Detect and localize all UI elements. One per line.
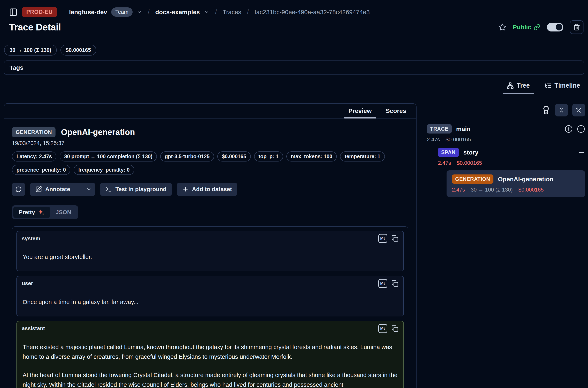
annotate-dropdown-button[interactable] [82, 183, 95, 196]
tab-preview[interactable]: Preview [347, 104, 373, 118]
expand-all-button[interactable] [565, 125, 573, 133]
collapse-node-button[interactable] [577, 125, 585, 133]
span-children: GENERATION OpenAI-generation 2.47s 30 → … [441, 170, 585, 197]
trace-tree: TRACE main 2.47s $0.000165 [426, 124, 585, 197]
add-to-dataset-button[interactable]: Add to dataset [177, 183, 237, 196]
observation-panel: Preview Scores GENERATION OpenAI-generat… [4, 103, 417, 388]
message-tools: M↓ [378, 234, 398, 243]
message-role: user [22, 280, 33, 287]
breadcrumb: PROD-EU langfuse-dev Team / docs-example… [0, 0, 588, 17]
scores-award-button[interactable] [542, 106, 551, 115]
markdown-toggle-icon[interactable]: M↓ [378, 234, 387, 243]
test-in-playground-button[interactable]: Test in playground [100, 183, 172, 196]
pretty-label: Pretty [19, 209, 35, 216]
trace-children: SPAN story 2.47s $0.000165 [429, 148, 585, 197]
trace-metrics: 2.47s $0.000165 [427, 136, 585, 143]
observation-name: OpenAI-generation [61, 127, 135, 137]
public-label: Public [513, 24, 531, 31]
breadcrumb-trace-id: fac231bc-90ee-490a-aa32-78c4269474e3 [254, 9, 370, 16]
sparkles-icon [38, 209, 45, 216]
message-role: assistant [22, 325, 45, 332]
comment-icon [15, 186, 22, 193]
observation-timestamp: 19/03/2024, 15:25:37 [12, 140, 408, 146]
chevron-down-icon[interactable] [137, 9, 142, 15]
copy-button[interactable] [391, 325, 398, 332]
terminal-icon [106, 186, 112, 193]
view-tabs: Tree Timeline [0, 81, 588, 94]
latency-badge: Latency: 2.47s [12, 151, 56, 162]
copy-button[interactable] [391, 280, 398, 287]
star-icon[interactable] [498, 23, 506, 31]
trace-badge: TRACE [427, 124, 452, 134]
markdown-toggle-icon[interactable]: M↓ [378, 279, 387, 288]
trace-node[interactable]: TRACE main [427, 124, 585, 134]
tree-actions [426, 103, 585, 117]
content: Preview Scores GENERATION OpenAI-generat… [0, 103, 588, 388]
breadcrumb-org[interactable]: langfuse-dev [69, 9, 107, 16]
tree-icon [507, 82, 514, 89]
collapse-span-button[interactable] [578, 149, 585, 156]
link-icon [534, 24, 540, 30]
divider [63, 7, 63, 17]
tab-tree[interactable]: Tree [506, 81, 531, 94]
chevron-down-icon[interactable] [204, 9, 209, 15]
message-content: You are a great storyteller. [17, 246, 403, 271]
breadcrumb-separator: / [215, 8, 217, 16]
generation-badge: GENERATION [452, 174, 494, 184]
trace-latency: 2.47s [427, 136, 440, 143]
page-title: Trace Detail [9, 22, 61, 33]
show-percent-button[interactable] [572, 104, 585, 117]
trace-name: main [456, 125, 471, 132]
pretty-toggle[interactable]: Pretty [13, 207, 50, 218]
comment-button[interactable] [12, 183, 25, 196]
json-toggle[interactable]: JSON [50, 207, 76, 218]
generation-name: OpenAI-generation [498, 176, 553, 183]
breadcrumb-project[interactable]: docs-examples [155, 9, 200, 16]
breadcrumb-separator: / [247, 8, 249, 16]
tab-timeline[interactable]: Timeline [544, 81, 581, 94]
annotate-label: Annotate [45, 186, 70, 193]
public-toggle[interactable] [547, 23, 563, 31]
format-toggle: Pretty JSON [12, 205, 78, 219]
generation-node-selected[interactable]: GENERATION OpenAI-generation 2.47s 30 → … [447, 170, 585, 197]
environment-badge[interactable]: PROD-EU [22, 7, 57, 17]
playground-label: Test in playground [115, 186, 166, 193]
tab-tree-label: Tree [517, 82, 530, 89]
trace-tree-panel: TRACE main 2.47s $0.000165 [426, 103, 586, 197]
tab-scores[interactable]: Scores [384, 104, 407, 118]
generation-latency: 2.47s [452, 187, 465, 193]
copy-button[interactable] [391, 235, 398, 242]
trace-detail-page: PROD-EU langfuse-dev Team / docs-example… [0, 0, 588, 388]
temperature-badge: temperature: 1 [340, 151, 385, 162]
divider [79, 183, 79, 196]
fold-vertical-icon [558, 107, 565, 113]
tags-box[interactable]: Tags [4, 60, 584, 75]
message-content: There existed a majestic planet called L… [17, 336, 403, 388]
span-node[interactable]: SPAN story [438, 148, 585, 157]
percent-icon [575, 107, 582, 113]
chevron-down-icon [86, 187, 91, 192]
tree-zoom-controls [565, 125, 585, 133]
delete-trace-button[interactable] [570, 20, 584, 34]
toggle-knob [556, 24, 562, 30]
org-type-pill: Team [111, 7, 133, 17]
annotate-button[interactable]: Annotate [30, 183, 75, 196]
top-p-badge: top_p: 1 [254, 151, 283, 162]
span-name: story [463, 149, 478, 156]
max-tokens-badge: max_tokens: 100 [286, 151, 337, 162]
message-tools: M↓ [378, 279, 398, 288]
span-latency: 2.47s [438, 160, 451, 166]
observation-type-badge: GENERATION [12, 127, 55, 137]
tab-timeline-label: Timeline [554, 82, 580, 89]
timeline-icon [545, 82, 552, 89]
collapse-all-button[interactable] [555, 104, 568, 117]
annotate-split-button: Annotate [30, 183, 95, 196]
public-link[interactable]: Public [513, 24, 540, 31]
trace-summary: 30 → 100 (Σ 130) $0.000165 [4, 45, 584, 55]
panel-body: GENERATION OpenAI-generation 19/03/2024,… [4, 119, 416, 388]
assistant-paragraph: There existed a majestic planet called L… [23, 342, 398, 362]
observation-params-row-2: presence_penalty: 0 frequency_penalty: 0 [12, 165, 408, 175]
sidebar-toggle-icon[interactable] [9, 8, 18, 17]
markdown-toggle-icon[interactable]: M↓ [378, 324, 387, 333]
breadcrumb-traces[interactable]: Traces [223, 9, 241, 16]
